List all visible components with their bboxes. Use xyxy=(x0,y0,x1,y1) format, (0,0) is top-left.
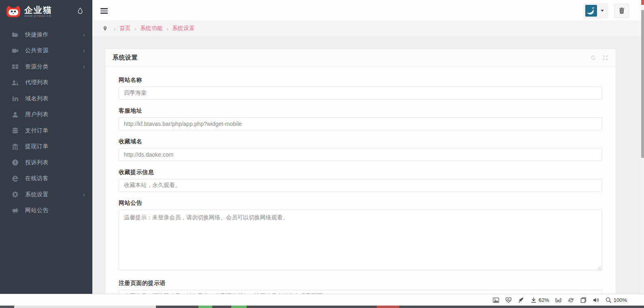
field-label: 收藏提示信息 xyxy=(119,169,602,176)
service-url-input[interactable] xyxy=(119,117,602,130)
sidebar: 企业猫 WWW.QYMAO.CN 快捷操作 公共资源 资源分类 代理列表 xyxy=(0,0,92,294)
sidebar-item-label: 网站公告 xyxy=(25,207,49,214)
sidebar-item-user-list[interactable]: 用户列表 xyxy=(0,107,92,123)
breadcrumb: 首页 系统功能 系统设置 xyxy=(110,25,195,32)
breadcrumb-item-2[interactable]: 系统设置 xyxy=(172,25,195,32)
logo-title: 企业猫 xyxy=(24,6,52,15)
sidebar-item-label: 支付订单 xyxy=(25,127,49,134)
sidebar-item-withdraw-orders[interactable]: 提现订单 xyxy=(0,139,92,155)
sidebar-item-online-visitors[interactable]: 在线访客 xyxy=(0,171,92,187)
breadcrumb-bar: 首页 系统功能 系统设置 xyxy=(92,20,641,36)
field-site-name: 网站名称 xyxy=(119,76,602,100)
site-name-input[interactable] xyxy=(119,87,602,100)
planet-icon xyxy=(567,297,574,304)
sidebar-item-payment-orders[interactable]: 支付订单 xyxy=(0,123,92,139)
user-icon xyxy=(12,111,19,118)
scrollbar-top-marker xyxy=(641,0,644,5)
avatar[interactable] xyxy=(585,5,597,17)
download-status[interactable]: 62% xyxy=(530,297,549,304)
register-tip-input[interactable] xyxy=(119,290,602,294)
settings-form: 网站名称 客服地址 收藏域名 收藏提示信息 网站公告 xyxy=(105,67,616,294)
sidebar-item-agent-list[interactable]: 代理列表 xyxy=(0,75,92,91)
heart-pulse-icon xyxy=(505,297,512,304)
sidebar-item-domain-list[interactable]: 域名列表 xyxy=(0,91,92,107)
users-icon xyxy=(12,79,19,86)
scrollbar-thumb[interactable] xyxy=(641,10,644,158)
main-area: 首页 系统功能 系统设置 系统设置 xyxy=(92,0,641,294)
health-button[interactable] xyxy=(505,297,512,304)
droplet-icon[interactable] xyxy=(77,7,83,15)
linkedin-icon xyxy=(12,95,19,102)
sidebar-item-site-announcement[interactable]: 网站公告 xyxy=(0,203,92,219)
map-pin-icon xyxy=(102,25,108,32)
sidebar-menu: 快捷操作 公共资源 资源分类 代理列表 域名列表 用户列表 xyxy=(0,23,92,219)
sidebar-item-resource-category[interactable]: 资源分类 xyxy=(0,59,92,75)
megaphone-icon xyxy=(12,207,19,214)
expand-icon[interactable] xyxy=(602,55,608,61)
field-label: 客服地址 xyxy=(119,107,602,115)
page-zoom-control[interactable]: 100% xyxy=(605,297,627,304)
field-label: 注册页面的提示语 xyxy=(119,280,602,287)
sidebar-item-quick-actions[interactable]: 快捷操作 xyxy=(0,27,92,43)
magnifier-icon xyxy=(605,297,612,304)
refresh-icon[interactable] xyxy=(590,55,596,61)
field-site-notice: 网站公告 xyxy=(119,200,602,272)
speaker-icon xyxy=(593,297,599,304)
chevron-left-icon xyxy=(83,64,85,70)
window-icon xyxy=(580,297,587,304)
window-mode-button[interactable] xyxy=(580,297,587,304)
sidebar-item-system-settings[interactable]: 系统设置 xyxy=(0,187,92,203)
boost-button[interactable] xyxy=(518,297,525,304)
zoom-level: 100% xyxy=(614,297,627,303)
field-favorite-domain: 收藏域名 xyxy=(119,138,602,161)
mute-button[interactable] xyxy=(593,297,599,304)
user-avatar-dropdown[interactable] xyxy=(584,3,608,18)
favorite-tip-input[interactable] xyxy=(119,179,602,192)
sidebar-item-label: 系统设置 xyxy=(25,191,49,198)
folder-open-icon xyxy=(12,31,19,38)
browser-statusbar: 62% 100% xyxy=(0,294,644,306)
sidebar-item-public-resources[interactable]: 公共资源 xyxy=(0,43,92,59)
chevron-left-icon xyxy=(83,191,85,198)
panel-title: 系统设置 xyxy=(113,54,138,62)
chevron-left-icon xyxy=(83,47,85,54)
rocket-icon xyxy=(518,297,525,304)
download-icon xyxy=(530,297,537,304)
database-icon xyxy=(12,127,19,134)
logo-area[interactable]: 企业猫 WWW.QYMAO.CN xyxy=(0,0,92,23)
incognito-button[interactable] xyxy=(555,297,562,304)
field-label: 收藏域名 xyxy=(119,138,602,145)
topbar xyxy=(92,0,641,20)
network-button[interactable] xyxy=(567,297,574,304)
site-notice-textarea[interactable] xyxy=(119,210,602,270)
trash-button[interactable] xyxy=(614,4,629,18)
picture-mode-button[interactable] xyxy=(493,297,499,304)
favorite-domain-input[interactable] xyxy=(119,148,602,161)
video-icon xyxy=(12,47,19,54)
windows-taskbar-edge[interactable] xyxy=(0,306,644,308)
page-scrollbar[interactable] xyxy=(641,0,644,294)
settings-panel: 系统设置 网站名称 客服地址 收藏域名 xyxy=(105,49,616,294)
panel-header: 系统设置 xyxy=(105,49,616,67)
incognito-icon xyxy=(555,297,562,304)
sidebar-item-label: 用户列表 xyxy=(25,111,49,118)
breadcrumb-item-1[interactable]: 系统功能 xyxy=(140,25,163,32)
breadcrumb-item-0[interactable]: 首页 xyxy=(119,25,131,32)
content-area: 系统设置 网站名称 客服地址 收藏域名 xyxy=(92,36,641,294)
sidebar-item-complaint-list[interactable]: 投诉列表 xyxy=(0,155,92,171)
hamburger-menu-icon[interactable] xyxy=(100,6,109,14)
download-percent: 62% xyxy=(539,297,549,303)
field-register-tip: 注册页面的提示语 xyxy=(119,280,602,294)
field-service-url: 客服地址 xyxy=(119,107,602,130)
bank-icon xyxy=(12,143,19,150)
sidebar-item-label: 资源分类 xyxy=(25,63,49,70)
sidebar-item-label: 快捷操作 xyxy=(25,31,49,38)
logo-subtitle: WWW.QYMAO.CN xyxy=(24,15,52,17)
field-label: 网站公告 xyxy=(119,200,602,207)
sidebar-item-label: 公共资源 xyxy=(25,47,49,54)
trash-icon xyxy=(618,7,625,14)
grid-icon xyxy=(12,63,19,70)
sidebar-item-label: 代理列表 xyxy=(25,79,49,86)
field-favorite-tip: 收藏提示信息 xyxy=(119,169,602,192)
browser-e-icon xyxy=(12,175,19,182)
